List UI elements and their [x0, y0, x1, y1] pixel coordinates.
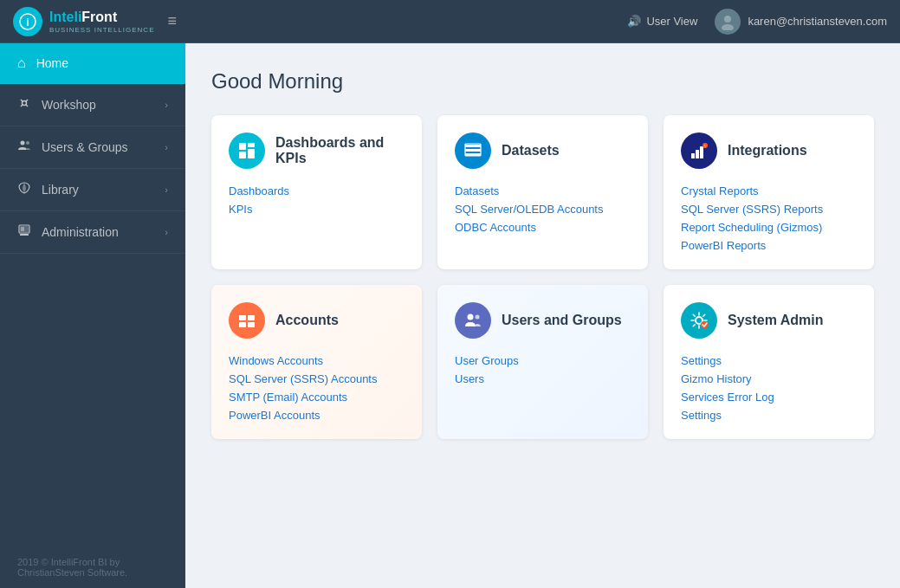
user-email: karen@christiansteven.com: [748, 15, 887, 28]
administration-icon: [17, 223, 31, 241]
logo-icon: i: [13, 7, 42, 36]
greeting-text: Good Morning: [211, 69, 874, 94]
card-system-admin: System Admin Settings Gizmo History Serv…: [664, 285, 874, 439]
chevron-right-icon: ›: [165, 100, 168, 110]
card-links: User Groups Users: [455, 354, 631, 385]
link-users[interactable]: Users: [455, 372, 631, 385]
header-right: 🔊 User View karen@christiansteven.com: [627, 9, 887, 35]
chevron-right-icon: ›: [165, 184, 168, 195]
home-icon: ⌂: [17, 55, 26, 71]
content-area: Good Morning Dashboards and KPIs: [185, 43, 900, 588]
logo: i InteliFront BUSINESS INTELLIGENCE: [13, 7, 154, 36]
svg-point-31: [701, 321, 708, 328]
hamburger-button[interactable]: ≡: [167, 12, 177, 30]
svg-point-6: [26, 141, 29, 145]
sidebar-item-workshop[interactable]: Workshop ›: [0, 84, 185, 126]
sidebar-footer: 2019 © IntelliFront BI by ChristianSteve…: [0, 546, 185, 588]
link-services-error[interactable]: Services Error Log: [681, 391, 857, 404]
svg-point-29: [476, 315, 480, 320]
card-links: Crystal Reports SQL Server (SSRS) Report…: [681, 184, 857, 252]
link-datasets[interactable]: Datasets: [455, 184, 631, 197]
avatar: [715, 9, 741, 35]
svg-rect-19: [691, 153, 695, 158]
svg-point-2: [724, 16, 731, 23]
logo-text: InteliFront BUSINESS INTELLIGENCE: [49, 9, 154, 33]
link-odbc[interactable]: ODBC Accounts: [455, 221, 631, 234]
link-gizmo-history[interactable]: Gizmo History: [681, 372, 857, 385]
svg-text:i: i: [26, 16, 29, 29]
link-user-groups[interactable]: User Groups: [455, 354, 631, 367]
card-title: Integrations: [728, 143, 807, 158]
user-info: karen@christiansteven.com: [715, 9, 887, 35]
svg-point-5: [21, 141, 25, 145]
svg-rect-11: [239, 143, 246, 150]
sidebar-item-label: Administration: [42, 225, 119, 239]
link-crystal[interactable]: Crystal Reports: [681, 184, 857, 197]
svg-rect-27: [248, 322, 255, 327]
sidebar-item-home[interactable]: ⌂ Home: [0, 43, 185, 84]
link-dashboards[interactable]: Dashboards: [229, 184, 405, 197]
dashboards-icon: [229, 132, 265, 169]
sidebar-item-label: Users & Groups: [42, 140, 128, 154]
header: i InteliFront BUSINESS INTELLIGENCE ≡ 🔊 …: [0, 0, 900, 43]
chevron-right-icon: ›: [165, 227, 168, 237]
svg-rect-25: [248, 315, 255, 320]
link-settings-1[interactable]: Settings: [681, 354, 857, 367]
svg-rect-12: [248, 143, 255, 147]
link-ssrs[interactable]: SQL Server (SSRS) Reports: [681, 203, 857, 216]
link-kpis[interactable]: KPIs: [229, 203, 405, 216]
svg-point-3: [722, 24, 734, 30]
card-accounts: Accounts Windows Accounts SQL Server (SS…: [211, 285, 422, 439]
sidebar-item-users-groups[interactable]: Users & Groups ›: [0, 126, 185, 169]
svg-rect-10: [20, 234, 29, 236]
users-groups-card-icon: [455, 302, 491, 339]
card-dashboards-kpis: Dashboards and KPIs Dashboards KPIs: [211, 115, 422, 269]
workshop-icon: [17, 96, 31, 113]
card-links: Windows Accounts SQL Server (SSRS) Accou…: [229, 354, 405, 422]
link-settings-2[interactable]: Settings: [681, 409, 857, 422]
svg-rect-21: [700, 146, 703, 158]
chevron-right-icon: ›: [165, 142, 168, 152]
svg-rect-13: [248, 149, 255, 158]
header-left: i InteliFront BUSINESS INTELLIGENCE ≡: [13, 7, 177, 36]
card-links: Dashboards KPIs: [229, 184, 405, 216]
card-links: Datasets SQL Server/OLEDB Accounts ODBC …: [455, 184, 631, 234]
link-sql-oledb[interactable]: SQL Server/OLEDB Accounts: [455, 203, 631, 216]
link-windows-accounts[interactable]: Windows Accounts: [229, 354, 405, 367]
card-title: Datasets: [502, 143, 560, 158]
integrations-icon: !: [681, 132, 717, 169]
library-icon: [17, 181, 31, 198]
card-title: Users and Groups: [502, 313, 622, 328]
card-title: System Admin: [728, 313, 824, 328]
card-title: Accounts: [275, 313, 339, 328]
link-powerbi[interactable]: PowerBI Reports: [681, 239, 857, 252]
datasets-icon: [455, 132, 491, 169]
users-groups-icon: [17, 139, 31, 156]
svg-rect-15: [465, 145, 481, 147]
sidebar-item-administration[interactable]: Administration ›: [0, 211, 185, 254]
link-powerbi-accounts[interactable]: PowerBI Accounts: [229, 409, 405, 422]
card-users-groups: Users and Groups User Groups Users: [437, 285, 648, 439]
svg-rect-14: [239, 152, 246, 158]
sidebar-item-label: Library: [42, 183, 79, 197]
svg-text:!: !: [704, 144, 705, 149]
svg-rect-16: [465, 149, 481, 152]
svg-rect-20: [696, 150, 699, 158]
link-smtp[interactable]: SMTP (Email) Accounts: [229, 391, 405, 404]
main-layout: ⌂ Home Workshop ›: [0, 43, 900, 588]
sidebar: ⌂ Home Workshop ›: [0, 43, 185, 588]
link-scheduling[interactable]: Report Scheduling (Gizmos): [681, 221, 857, 234]
link-sql-ssrs-accounts[interactable]: SQL Server (SSRS) Accounts: [229, 372, 405, 385]
system-admin-icon: [681, 302, 717, 339]
user-view-button[interactable]: 🔊 User View: [627, 15, 697, 28]
svg-rect-24: [239, 315, 246, 320]
svg-point-28: [468, 314, 474, 320]
volume-icon: 🔊: [627, 15, 641, 28]
card-links: Settings Gizmo History Services Error Lo…: [681, 354, 857, 422]
svg-rect-9: [21, 227, 24, 231]
sidebar-item-library[interactable]: Library ›: [0, 169, 185, 211]
card-integrations: ! Integrations Crystal Reports SQL Serve…: [664, 115, 874, 269]
accounts-icon: [229, 302, 265, 339]
card-datasets: Datasets Datasets SQL Server/OLEDB Accou…: [437, 115, 648, 269]
card-title: Dashboards and KPIs: [275, 135, 405, 166]
